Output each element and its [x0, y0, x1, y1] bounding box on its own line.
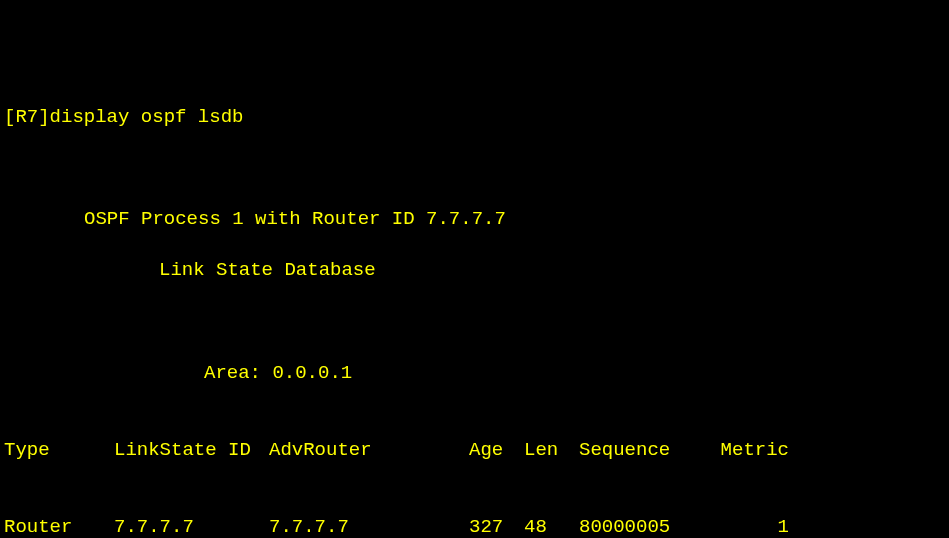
table-row: Router7.7.7.77.7.7.732748800000051 [4, 515, 945, 538]
cell-len: 48 [524, 515, 579, 538]
lsdb-table-body: Router7.7.7.77.7.7.732748800000051Router… [4, 515, 945, 538]
cell-lsid: 7.7.7.7 [114, 515, 269, 538]
col-adv: AdvRouter [269, 438, 469, 464]
blank-line [4, 156, 945, 182]
ospf-process-line: OSPF Process 1 with Router ID 7.7.7.7 [4, 207, 945, 233]
area-line: Area: 0.0.0.1 [4, 361, 945, 387]
cell-adv: 7.7.7.7 [269, 515, 469, 538]
col-lsid: LinkState ID [114, 438, 269, 464]
cell-age: 327 [469, 515, 524, 538]
col-seq: Sequence [579, 438, 709, 464]
cell-type: Router [4, 515, 114, 538]
lsdb-subtitle-line: Link State Database [4, 258, 945, 284]
cell-seq: 80000005 [579, 515, 709, 538]
cell-metric: 1 [709, 515, 789, 538]
col-metric: Metric [709, 438, 789, 464]
col-age: Age [469, 438, 524, 464]
command-prompt-line[interactable]: [R7]display ospf lsdb [4, 105, 945, 131]
blank-line [4, 310, 945, 336]
table-header-row: TypeLinkState IDAdvRouterAgeLenSequenceM… [4, 438, 945, 464]
col-type: Type [4, 438, 114, 464]
col-len: Len [524, 438, 579, 464]
